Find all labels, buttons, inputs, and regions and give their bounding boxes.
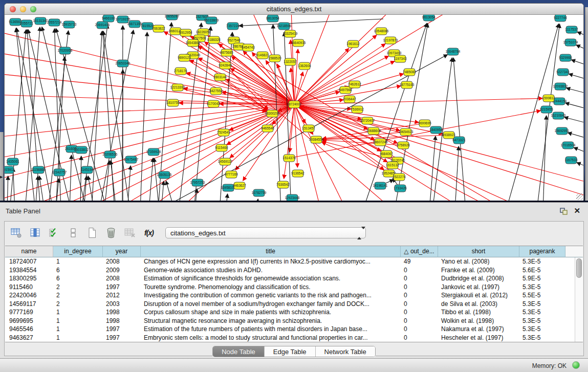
column-header-out_degree[interactable]: △ out_de... [401,246,438,257]
graph-node[interactable]: 12342757 [52,169,67,176]
cell-pagerank[interactable]: 5.6E-5 [519,266,565,275]
graph-node[interactable]: 8427552 [209,87,223,95]
graph-node[interactable]: 9242848 [219,62,232,69]
cell-year[interactable]: 1997 [103,325,141,334]
cell-pagerank[interactable]: 5.3E-5 [519,325,565,334]
graph-node[interactable]: 1588520 [268,55,281,62]
graph-edge[interactable] [567,88,583,96]
graph-node[interactable]: 20557214 [47,19,62,26]
graph-node[interactable]: 18300295 [265,110,280,117]
cell-year[interactable]: 2003 [103,300,141,309]
tab-network-table[interactable]: Network Table [316,346,375,357]
graph-node[interactable]: 16648784 [446,48,461,55]
cell-pagerank[interactable]: 5.3E-5 [519,317,565,325]
graph-edge[interactable] [35,176,38,201]
graph-edge[interactable] [5,30,294,104]
cell-pagerank[interactable]: 5.3E-5 [519,308,565,317]
graph-node[interactable]: 16033809 [204,17,219,24]
cell-out_degree[interactable]: 0 [401,291,438,300]
graph-node[interactable]: 19384554 [309,136,324,143]
graph-node[interactable]: 7524541 [217,129,230,136]
graph-node[interactable]: 8186328 [207,36,221,43]
graph-node[interactable]: 12213393 [170,84,185,91]
cell-out_degree[interactable]: 0 [401,325,438,334]
column-header-pagerank[interactable]: pagerank [519,246,565,257]
graph-edge[interactable] [140,32,147,201]
graph-edge[interactable] [39,176,45,201]
cell-short[interactable]: Dudbridge et al. (2008) [438,274,519,283]
cell-name[interactable]: 9463627 [5,334,53,342]
cell-in_degree[interactable]: 1 [53,325,103,334]
cell-year[interactable]: 2008 [103,274,141,283]
delete-column-button[interactable] [104,226,118,239]
graph-node[interactable]: 1615132 [386,162,399,169]
graph-node[interactable]: 17016504 [561,142,576,149]
graph-edge[interactable] [574,147,583,156]
graph-node[interactable]: 7663822 [152,25,165,32]
graph-node[interactable]: 9890123 [178,54,191,61]
graph-node[interactable]: 1961612 [346,40,360,48]
graph-edge[interactable] [571,60,583,68]
cell-in_degree[interactable]: 1 [53,334,103,342]
cell-name[interactable]: 9115460 [5,283,53,292]
cell-year[interactable]: 2012 [103,291,141,300]
table-row[interactable]: 946362711997Embryonic stem cells: a mode… [5,334,575,342]
graph-edge[interactable] [166,181,175,201]
graph-edge[interactable] [294,15,332,104]
graph-node[interactable]: 15720407 [360,117,375,124]
graph-node[interactable]: 17020958 [58,47,73,54]
graph-edge[interactable] [226,194,228,201]
graph-node[interactable]: 17957253 [190,179,205,186]
table-row[interactable]: 2242004622012Investigating the contribut… [5,291,575,300]
table-row[interactable]: 911546021997Tourette syndrome. Phenomeno… [5,283,575,292]
graph-node[interactable]: 9463627 [233,182,246,189]
cell-name[interactable]: 18300295 [5,274,53,283]
resize-grip[interactable] [576,193,583,200]
cell-pagerank[interactable]: 5.9E-5 [519,274,565,283]
graph-edge[interactable] [565,103,583,111]
cell-pagerank[interactable]: 5.5E-5 [519,291,565,300]
graph-node[interactable]: 6473321 [452,137,466,144]
graph-node[interactable]: 17359924 [146,148,161,156]
cell-out_degree[interactable]: 0 [401,308,438,317]
graph-node[interactable]: 8912954 [179,29,192,36]
graph-node[interactable]: 9115460 [215,144,228,151]
cell-out_degree[interactable]: 0 [401,334,438,342]
graph-edge[interactable] [239,19,383,26]
cell-year[interactable]: 2009 [103,266,141,275]
cell-in_degree[interactable]: 1 [53,257,103,266]
scrollbar-thumb[interactable] [576,258,582,278]
cell-title[interactable]: Embryonic stem cells: a model to study s… [141,334,401,342]
close-panel-icon[interactable]: ✕ [574,206,580,215]
graph-node[interactable]: 20653346 [116,60,130,67]
cell-out_degree[interactable]: 0 [401,274,438,283]
cell-name[interactable]: 9777169 [5,308,53,317]
graph-node[interactable]: 9329966 [559,54,572,61]
cell-short[interactable]: Franke et al. (2009) [438,266,519,275]
graph-edge[interactable] [294,104,321,201]
graph-edge[interactable] [161,181,164,201]
table-selector[interactable]: citations_edges.txt [165,227,366,238]
graph-node[interactable]: 9699695 [418,120,431,127]
cell-pagerank[interactable]: 5.3E-5 [519,300,565,309]
graph-node[interactable]: 8170043 [207,100,220,107]
graph-node[interactable]: 12197873 [383,37,398,44]
delete-table-button[interactable] [123,226,137,239]
table-row[interactable]: 1938455462009Genome-wide association stu… [5,266,575,275]
graph-node[interactable]: 1840954 [429,126,443,134]
graph-edge[interactable] [577,163,583,170]
cell-out_degree[interactable]: 0 [401,283,438,292]
graph-edge[interactable] [576,45,583,54]
graph-node[interactable]: 9758928 [397,142,410,149]
graph-node[interactable]: 19218596 [277,23,292,30]
graph-node[interactable]: 9227744 [554,15,567,21]
graph-edge[interactable] [149,158,153,201]
cell-title[interactable]: Genome-wide association studies in ADHD. [141,266,401,275]
cell-short[interactable]: Stergiakouli et al. (2012) [438,291,519,300]
table-options-button[interactable] [10,226,23,239]
graph-node[interactable]: 16543862 [186,39,201,47]
graph-node[interactable]: 7357224 [226,23,239,30]
cell-out_degree[interactable]: 49 [401,257,438,266]
cell-title[interactable]: Disruption of a novel member of a sodium… [141,300,401,309]
graph-node[interactable]: 9227343 [556,69,570,76]
